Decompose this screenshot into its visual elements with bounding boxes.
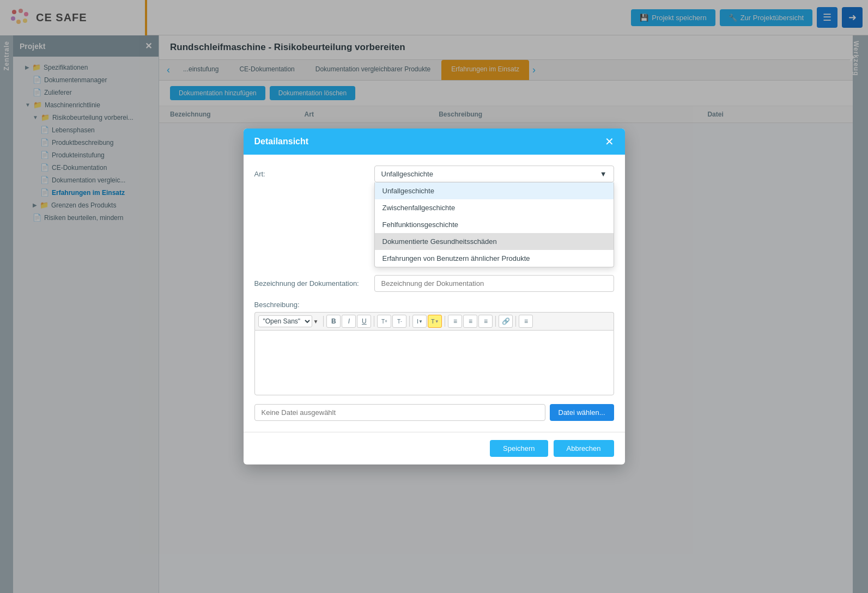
art-select-wrapper: Unfallgeschichte ▼ Unfallgeschichte Zwis… [374, 166, 614, 182]
modal-header: Detailansicht ✕ [244, 129, 625, 155]
art-row: Art: Unfallgeschichte ▼ Unfallgeschichte [254, 166, 614, 182]
toolbar-divider6 [515, 316, 516, 327]
modal-title: Detailansicht [254, 137, 309, 146]
dropdown-item-dokumentierte-gesundheitsschaeden[interactable]: Dokumentierte Gesundheitsschäden [375, 233, 614, 250]
file-name-display [254, 404, 545, 421]
dropdown-item-unfallgeschichte[interactable]: Unfallgeschichte [375, 182, 614, 199]
save-button[interactable]: Speichern [490, 440, 548, 457]
toolbar-subscript-button[interactable]: T- [392, 315, 406, 328]
art-dropdown-list: Unfallgeschichte Zwischenfallgeschichte … [374, 182, 614, 267]
cancel-button[interactable]: Abbrechen [554, 440, 614, 457]
toolbar-superscript-button[interactable]: T+ [377, 315, 391, 328]
toolbar-divider5 [495, 316, 496, 327]
toolbar-highlight-button[interactable]: T▼ [428, 315, 442, 328]
art-form-control: Unfallgeschichte ▼ Unfallgeschichte Zwis… [374, 166, 614, 182]
modal-close-button[interactable]: ✕ [605, 136, 614, 147]
editor-toolbar: "Open Sans" ▼ B I U T+ T- I▼ T▼ ≡ ≡ [254, 312, 614, 330]
art-select-button[interactable]: Unfallgeschichte ▼ [374, 166, 614, 182]
file-row: Datei wählen... [254, 404, 614, 421]
toolbar-more-button[interactable]: ≡ [519, 315, 533, 328]
file-choose-button[interactable]: Datei wählen... [550, 404, 614, 421]
art-selected-value: Unfallgeschichte [381, 170, 433, 178]
bezeichnung-row: Bezeichnung der Dokumentation: [254, 275, 614, 292]
dropdown-arrow-icon: ▼ [600, 170, 607, 178]
dropdown-item-erfahrungen-benutzern[interactable]: Erfahrungen von Benutzern ähnlicher Prod… [375, 250, 614, 267]
dropdown-item-zwischenfallgeschichte[interactable]: Zwischenfallgeschichte [375, 199, 614, 216]
toolbar-align-center-button[interactable]: ≡ [463, 315, 477, 328]
modal-body: Art: Unfallgeschichte ▼ Unfallgeschichte [244, 155, 625, 432]
dropdown-item-fehlfunktionsgeschichte[interactable]: Fehlfunktionsgeschichte [375, 216, 614, 233]
art-label: Art: [254, 170, 374, 178]
bezeichnung-label: Bezeichnung der Dokumentation: [254, 279, 374, 288]
description-editor[interactable] [254, 330, 614, 395]
modal-overlay: Detailansicht ✕ Art: Unfallgeschichte ▼ [0, 0, 868, 593]
beschreibung-label: Beschreibung: [254, 301, 374, 309]
font-select[interactable]: "Open Sans" [258, 315, 312, 327]
beschreibung-row: Beschreibung: "Open Sans" ▼ B I U T+ T- … [254, 301, 614, 395]
toolbar-bold-button[interactable]: B [326, 315, 341, 328]
toolbar-divider3 [409, 316, 410, 327]
modal-dialog: Detailansicht ✕ Art: Unfallgeschichte ▼ [244, 129, 625, 464]
toolbar-underline-button[interactable]: U [357, 315, 371, 328]
toolbar-text-color-button[interactable]: I▼ [412, 315, 427, 328]
bezeichnung-form-control [374, 275, 614, 292]
toolbar-align-right-button[interactable]: ≡ [478, 315, 493, 328]
toolbar-link-button[interactable]: 🔗 [499, 315, 513, 328]
toolbar-divider2 [374, 316, 374, 327]
toolbar-align-left-button[interactable]: ≡ [448, 315, 462, 328]
toolbar-select-arrow: ▼ [313, 319, 319, 325]
bezeichnung-input[interactable] [374, 275, 614, 292]
toolbar-italic-button[interactable]: I [342, 315, 356, 328]
modal-footer: Speichern Abbrechen [244, 432, 625, 464]
toolbar-divider [323, 316, 324, 327]
toolbar-divider4 [445, 316, 445, 327]
